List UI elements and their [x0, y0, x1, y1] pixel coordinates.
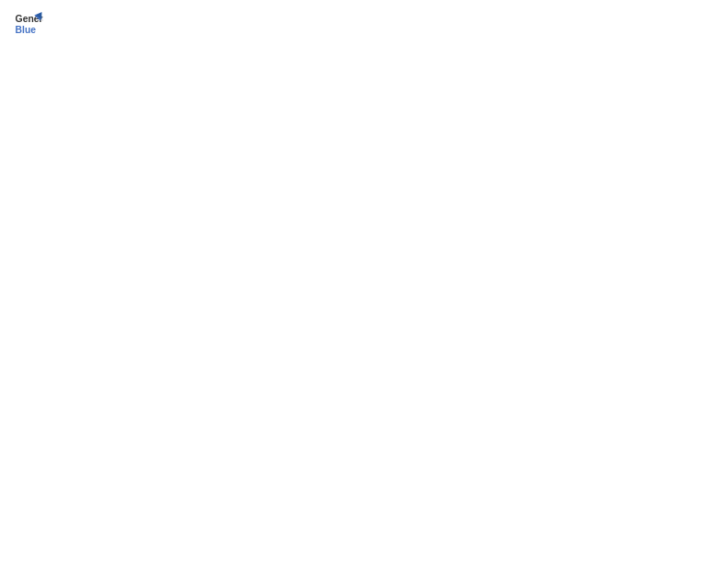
logo: General Blue [14, 9, 43, 39]
page-header: General Blue [14, 9, 714, 39]
logo-icon: General Blue [14, 9, 43, 39]
svg-text:Blue: Blue [16, 25, 37, 35]
